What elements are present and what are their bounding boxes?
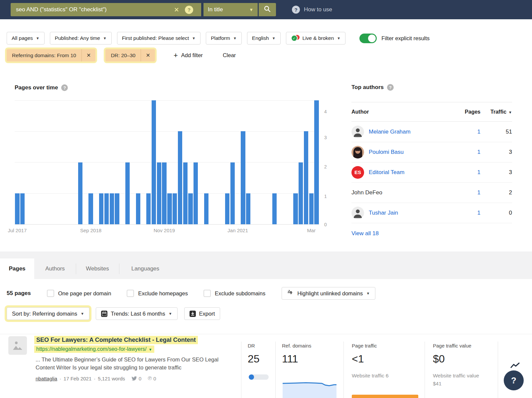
filter-published[interactable]: Published: Any time▼ (50, 32, 112, 45)
checkbox-one-page-per-domain[interactable]: One page per domain (47, 290, 111, 297)
export-button[interactable]: Export (184, 307, 220, 320)
chevron-down-icon: ▼ (249, 7, 253, 12)
tab-authors[interactable]: Authors (38, 258, 72, 279)
author-pages-link[interactable]: 1 (477, 210, 480, 216)
author-row: Poulomi Basu 1 3 (351, 142, 512, 162)
result-meta: nbattaglia · 17 Feb 2021 · 5,121 words 0… (36, 375, 156, 381)
chevron-down-icon: ▼ (366, 291, 370, 295)
top-keyword-bar (352, 395, 418, 398)
website-traffic: Website traffic 6 (352, 373, 389, 379)
chip-dr[interactable]: DR: 20–30 ✕ (105, 49, 155, 61)
chip-referring-domains[interactable]: Referring domains: From 10 ✕ (7, 49, 95, 61)
add-filter-button[interactable]: + Add filter (174, 51, 203, 60)
author-link[interactable]: Melanie Graham (369, 129, 411, 135)
chart-bar (99, 193, 103, 224)
how-to-use-link[interactable]: ? How to use (292, 0, 332, 19)
checkbox-exclude-homepages[interactable]: Exclude homepages (127, 290, 188, 297)
search-mode-dropdown[interactable]: In title ▼ (203, 3, 258, 16)
author-traffic: 0 (480, 210, 512, 216)
y-axis-tick: 1 (324, 194, 332, 199)
chart-bar (136, 193, 140, 224)
page-traffic-value: <1 (352, 353, 364, 365)
trends-button[interactable]: Trends: Last 6 months ▼ (96, 307, 177, 320)
x-axis-tick: Sep 2018 (80, 228, 101, 233)
chart-bar (246, 193, 250, 224)
filter-live-broken[interactable]: ✕✓ Live & broken▼ (286, 32, 346, 45)
author-link[interactable]: Tushar Jain (369, 210, 398, 216)
x-axis-tick: Nov 2019 (154, 228, 175, 233)
checkbox-icon[interactable] (203, 290, 211, 297)
chart-help-icon[interactable]: ? (61, 84, 68, 91)
author-link[interactable]: Editorial Team (369, 169, 404, 176)
search-help-icon[interactable]: ? (185, 6, 193, 14)
broken-link-icon (287, 289, 294, 297)
sort-by-button[interactable]: Sort by: Referring domains ▼ (7, 307, 89, 320)
author-pages-link[interactable]: 1 (477, 149, 480, 155)
active-filters-row: Referring domains: From 10 ✕ DR: 20–30 ✕… (7, 49, 236, 61)
download-icon (190, 311, 196, 317)
result-title-link[interactable]: SEO For Lawyers: A Complete Checklist - … (34, 336, 198, 344)
col-author[interactable]: Author (351, 109, 454, 115)
how-to-use-label: How to use (304, 6, 332, 13)
chart-bar (204, 193, 208, 224)
checkbox-exclude-subdomains[interactable]: Exclude subdomains (203, 290, 265, 297)
checkbox-icon[interactable] (127, 290, 134, 297)
filter-first-published[interactable]: First published: Please select▼ (117, 32, 201, 45)
clear-filters-button[interactable]: Clear (223, 52, 236, 58)
chart-bar (194, 162, 198, 225)
chart-bar (20, 193, 25, 224)
author-pages-link[interactable]: 1 (477, 169, 480, 175)
website-traffic-value-label: Website traffic value (433, 373, 479, 379)
chart-bar (110, 193, 114, 224)
chart-bar (162, 162, 166, 225)
remove-filter-icon[interactable]: ✕ (141, 52, 155, 58)
tab-pages[interactable]: Pages (0, 258, 34, 279)
chart-bar (167, 193, 172, 224)
tab-languages[interactable]: Languages (123, 258, 168, 279)
top-authors-panel: Top authors ? Author Pages Traffic▼ Mela… (344, 81, 512, 248)
result-url-link[interactable]: https://nablegalmarketing.com/seo-for-la… (34, 346, 154, 353)
chart-bar (241, 131, 245, 224)
filter-explicit-toggle[interactable] (359, 34, 377, 43)
dr-progress-bar (249, 374, 269, 380)
person-avatar-icon (351, 207, 364, 219)
twitter-shares: 0 (131, 376, 141, 381)
highlight-unlinked-domains-button[interactable]: Highlight unlinked domains ▼ (282, 287, 375, 300)
chevron-down-icon: ▼ (149, 348, 152, 351)
author-link[interactable]: Poulomi Basu (369, 149, 404, 155)
top-authors-title: Top authors ? (351, 84, 394, 91)
chart-bar (125, 162, 130, 225)
results-toolbar-row1: 55 pages One page per domain Exclude hom… (7, 287, 525, 299)
tab-websites[interactable]: Websites (79, 258, 116, 279)
search-input[interactable]: seo AND ("statistics" OR "checklist") ✕ … (11, 3, 201, 16)
help-fab-button[interactable]: ? (504, 370, 524, 390)
view-all-authors-link[interactable]: View all 18 (351, 230, 379, 237)
chart-bar (115, 193, 119, 224)
search-button[interactable] (259, 3, 276, 16)
authors-help-icon[interactable]: ? (387, 84, 394, 91)
chevron-down-icon: ▼ (192, 36, 196, 40)
author-traffic: 51 (480, 129, 512, 135)
filter-platform[interactable]: Platform▼ (206, 32, 242, 45)
chart-bar (188, 193, 193, 224)
chevron-down-icon: ▼ (36, 36, 40, 40)
remove-filter-icon[interactable]: ✕ (82, 52, 95, 58)
filter-language[interactable]: English▼ (247, 32, 281, 45)
clear-search-icon[interactable]: ✕ (174, 6, 179, 14)
author-pages-link[interactable]: 1 (477, 189, 480, 196)
col-traffic[interactable]: Traffic▼ (480, 109, 512, 115)
chart-bar (309, 193, 314, 224)
author-pages-link[interactable]: 1 (477, 129, 480, 135)
twitter-icon (131, 376, 137, 381)
col-pages[interactable]: Pages (454, 109, 480, 115)
top-header: seo AND ("statistics" OR "checklist") ✕ … (0, 0, 532, 19)
chart-bar (78, 162, 82, 225)
filter-all-pages[interactable]: All pages▼ (7, 32, 45, 45)
search-query-text: seo AND ("statistics" OR "checklist") (16, 6, 107, 13)
result-author-link[interactable]: nbattaglia (36, 376, 57, 381)
result-word-count: 5,121 words (98, 376, 125, 381)
checkbox-icon[interactable] (47, 290, 54, 297)
results-tab-bar: Pages Authors Websites Languages (0, 251, 532, 279)
page-traffic-label: Page traffic (352, 343, 377, 348)
ref-domains-label: Ref. domains (282, 343, 311, 348)
